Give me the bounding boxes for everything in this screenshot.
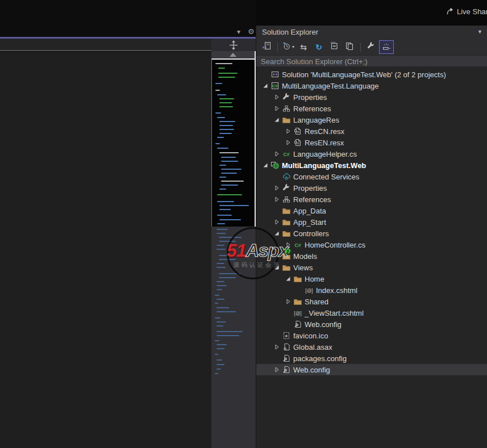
expander-collapsed-icon[interactable] [284, 138, 293, 147]
sync-with-active-document-button[interactable]: ⇆ [296, 40, 311, 54]
tree-row[interactable]: C#HomeController.cs [256, 239, 487, 250]
tree-row[interactable]: [@]Index.cshtml [256, 284, 487, 296]
minimap-code-line [219, 98, 234, 99]
minimap-code-line [217, 233, 226, 234]
tree-item-label: favicon.ico [293, 332, 328, 340]
csharp-file-icon: C# [281, 149, 291, 158]
expander-collapsed-icon[interactable] [284, 127, 293, 136]
tree-row[interactable]: Views [256, 262, 487, 273]
tree-item-label: Global.asax [293, 343, 332, 351]
editor-pane-header: ▾ ⚙ [0, 0, 256, 37]
expander-collapsed-icon[interactable] [272, 149, 281, 158]
minimap-code-line [215, 83, 222, 84]
tree-row[interactable]: MultiLanguageTest.Web [256, 160, 487, 171]
minimap-code-line [217, 245, 224, 246]
expander-expanded-icon[interactable] [272, 115, 281, 124]
minimap-scrollbar[interactable] [211, 39, 256, 448]
tree-row[interactable]: ResEN.resx [256, 137, 487, 148]
tree-item-label: Web.config [293, 366, 330, 374]
show-all-files-button[interactable] [342, 40, 357, 54]
expander-collapsed-icon[interactable] [272, 183, 281, 192]
tree-row[interactable]: Properties [256, 91, 487, 103]
tree-row[interactable]: C#LanguageHelper.cs [256, 148, 487, 160]
scroll-up-button[interactable] [211, 51, 256, 58]
panel-menu-icon[interactable]: ▼ [477, 26, 482, 39]
live-share-button[interactable]: Live Share [446, 6, 487, 16]
tree-row[interactable]: Models [256, 250, 487, 262]
tree-row[interactable]: References [256, 103, 487, 114]
tree-item-label: LanguageRes [293, 116, 339, 124]
tree-item-label: ResCN.resx [305, 127, 344, 136]
expander-expanded-icon[interactable] [272, 229, 281, 238]
folder-icon [281, 229, 291, 238]
tree-row[interactable]: Shared [256, 296, 487, 307]
preview-icon [382, 41, 391, 53]
tree-row[interactable]: References [256, 194, 487, 205]
expander-collapsed-icon[interactable] [272, 342, 281, 351]
minimap-code-line [217, 263, 224, 264]
minimap-code-line [217, 348, 224, 349]
tree-row[interactable]: Controllers [256, 228, 487, 239]
scroll-up-icon [230, 53, 236, 57]
dropdown-arrow-icon: ▾ [292, 44, 294, 49]
expander-expanded-icon[interactable] [261, 81, 270, 90]
tree-item-label: _ViewStart.cshtml [305, 309, 364, 317]
minimap-code-line [217, 285, 227, 286]
expander-collapsed-icon[interactable] [284, 240, 293, 249]
folder-icon [281, 217, 291, 227]
tree-row[interactable]: Properties [256, 182, 487, 194]
refresh-button[interactable]: ↻ [311, 40, 326, 54]
expander-spacer [261, 70, 270, 79]
expander-expanded-icon[interactable] [261, 161, 270, 170]
tree-row[interactable]: App_Start [256, 216, 487, 228]
tree-item-label: Index.cshtml [316, 286, 357, 295]
preview-selected-items-button[interactable] [379, 40, 394, 54]
vsdoc-icon [262, 41, 271, 53]
pending-changes-filter-button[interactable]: ▾ [281, 40, 295, 54]
tree-row[interactable]: Home [256, 273, 487, 284]
minimap-code-line [221, 157, 236, 158]
tree-row[interactable]: LanguageRes [256, 114, 487, 125]
expander-collapsed-icon[interactable] [284, 297, 293, 306]
tree-row[interactable]: Web.config [256, 364, 487, 375]
editor-surface[interactable] [0, 52, 211, 448]
expander-collapsed-icon[interactable] [272, 195, 281, 204]
folder-icon [281, 263, 291, 272]
chevron-down-icon[interactable]: ▾ [237, 28, 240, 36]
tree-row[interactable]: Solution 'MultiLanguageTest.Web' (2 of 2… [256, 69, 487, 80]
expander-collapsed-icon[interactable] [272, 365, 281, 374]
expander-collapsed-icon[interactable] [272, 104, 281, 113]
tree-row[interactable]: Web.config [256, 319, 487, 330]
tree-item-label: Views [293, 263, 313, 272]
minimap-code-line [219, 209, 231, 210]
tree-item-label: Home [305, 275, 324, 283]
tree-row[interactable]: packages.config [256, 353, 487, 364]
tree-row[interactable]: ResCN.resx [256, 125, 487, 137]
minimap-code-line [219, 273, 240, 274]
tree-row[interactable]: C#MultiLanguageTest.Language [256, 80, 487, 91]
properties-button[interactable] [364, 40, 378, 54]
tree-item-label: MultiLanguageTest.Language [282, 82, 379, 90]
expander-expanded-icon[interactable] [272, 263, 281, 272]
gear-icon[interactable]: ⚙ [248, 28, 255, 36]
minimap-overflow[interactable] [211, 227, 256, 448]
tree-row[interactable]: ★favicon.ico [256, 330, 487, 341]
search-input[interactable]: Search Solution Explorer (Ctrl+;) [256, 55, 487, 68]
tree-row[interactable]: ⚙Global.asax [256, 341, 487, 353]
expander-collapsed-icon[interactable] [272, 93, 281, 102]
expander-expanded-icon[interactable] [284, 274, 293, 283]
minimap-code-line [217, 299, 224, 300]
solution-explorer-toolbar: ▾⇆↻ [256, 39, 487, 55]
expander-collapsed-icon[interactable] [272, 217, 281, 227]
tree-row[interactable]: Connected Services [256, 171, 487, 182]
svg-text:[@]: [@] [294, 311, 301, 316]
tree-row[interactable]: [@]_ViewStart.cshtml [256, 307, 487, 319]
minimap-code-line [217, 223, 225, 224]
razor-file-icon: [@] [293, 308, 302, 317]
tree-row[interactable]: App_Data [256, 205, 487, 216]
minimap-document[interactable] [211, 58, 256, 227]
share-icon [446, 6, 454, 16]
split-editor-handle[interactable] [211, 39, 256, 51]
collapse-all-button[interactable] [327, 40, 342, 54]
solutions-and-folders-button[interactable] [259, 40, 274, 54]
